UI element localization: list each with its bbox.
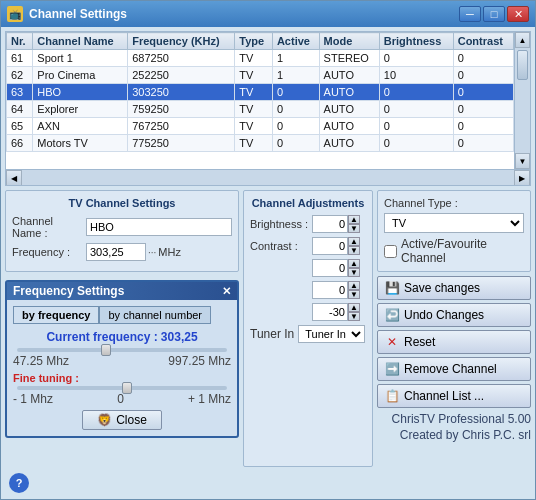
contrast-up[interactable]: ▲ — [348, 237, 360, 246]
frequency-settings-popup: Frequency Settings ✕ by frequency by cha… — [5, 280, 239, 438]
contrast-label: Contrast : — [250, 240, 310, 252]
scroll-right-button[interactable]: ▶ — [514, 170, 530, 186]
tab-by-frequency[interactable]: by frequency — [13, 306, 99, 324]
active-fav-row: Active/Favourite Channel — [384, 237, 524, 265]
freq-close-button[interactable]: 🦁 Close — [82, 410, 162, 430]
channel-type-panel: Channel Type : TV Active/Favourite Chann… — [377, 190, 531, 272]
adj4-down[interactable]: ▼ — [348, 290, 360, 299]
table-row[interactable]: 64Explorer759250TV0AUTO00 — [7, 101, 514, 118]
app-icon: 📺 — [7, 6, 23, 22]
cell-5-7: 0 — [453, 135, 513, 152]
table-row[interactable]: 61Sport 1687250TV1STEREO00 — [7, 50, 514, 67]
cell-3-1: Explorer — [33, 101, 128, 118]
channel-table-container: Nr. Channel Name Frequency (KHz) Type Ac… — [5, 31, 531, 186]
cell-3-0: 64 — [7, 101, 33, 118]
scroll-left-button[interactable]: ◀ — [6, 170, 22, 186]
window-controls: ─ □ ✕ — [459, 6, 529, 22]
brightness-input[interactable] — [312, 215, 348, 233]
right-panel: Channel Type : TV Active/Favourite Chann… — [377, 190, 531, 467]
cell-1-2: 252250 — [128, 67, 235, 84]
close-button[interactable]: ✕ — [507, 6, 529, 22]
brightness-down[interactable]: ▼ — [348, 224, 360, 233]
adj-row-3: ▲ ▼ — [250, 259, 366, 277]
tab-by-channel-number[interactable]: by channel number — [99, 306, 211, 324]
freq-slider-labels: 47.25 Mhz 997.25 Mhz — [13, 354, 231, 368]
frequency-row: Frequency : ··· MHz — [12, 243, 232, 261]
cell-5-2: 775250 — [128, 135, 235, 152]
save-button[interactable]: 💾 Save changes — [377, 276, 531, 300]
adj-input-4[interactable] — [312, 281, 348, 299]
channel-list-button[interactable]: 📋 Channel List ... — [377, 384, 531, 408]
adj4-up[interactable]: ▲ — [348, 281, 360, 290]
channel-type-select[interactable]: TV — [384, 213, 524, 233]
col-bright: Brightness — [379, 33, 453, 50]
adj-row-5: ▲ ▼ — [250, 303, 366, 321]
contrast-input[interactable] — [312, 237, 348, 255]
main-window: 📺 Channel Settings ─ □ ✕ Nr. Channel Nam… — [0, 0, 536, 500]
adj3-up[interactable]: ▲ — [348, 259, 360, 268]
cell-0-4: 1 — [272, 50, 319, 67]
cell-4-5: AUTO — [319, 118, 379, 135]
cell-2-5: AUTO — [319, 84, 379, 101]
adj-input-3[interactable] — [312, 259, 348, 277]
reset-button[interactable]: ✕ Reset — [377, 330, 531, 354]
cell-0-7: 0 — [453, 50, 513, 67]
freq-max-label: 997.25 Mhz — [168, 354, 231, 368]
freq-popup-titlebar: Frequency Settings ✕ — [7, 282, 237, 300]
cell-5-1: Motors TV — [33, 135, 128, 152]
scroll-down-button[interactable]: ▼ — [515, 153, 530, 169]
dots-button[interactable]: ··· — [148, 247, 156, 258]
help-button[interactable]: ? — [9, 473, 29, 493]
cell-5-5: AUTO — [319, 135, 379, 152]
cell-2-7: 0 — [453, 84, 513, 101]
frequency-input[interactable] — [86, 243, 146, 261]
fine-right-label: + 1 Mhz — [188, 392, 231, 406]
adj3-down[interactable]: ▼ — [348, 268, 360, 277]
remove-button[interactable]: ➡️ Remove Channel — [377, 357, 531, 381]
tuner-select[interactable]: Tuner In — [298, 325, 365, 343]
undo-button[interactable]: ↩️ Undo Changes — [377, 303, 531, 327]
freq-slider-container: 47.25 Mhz 997.25 Mhz — [13, 348, 231, 368]
mhz-label: MHz — [158, 246, 181, 258]
cell-4-4: 0 — [272, 118, 319, 135]
tuner-row: Tuner In Tuner In — [250, 325, 366, 343]
col-freq: Frequency (KHz) — [128, 33, 235, 50]
table-header-row: Nr. Channel Name Frequency (KHz) Type Ac… — [7, 33, 514, 50]
brightness-up[interactable]: ▲ — [348, 215, 360, 224]
minimize-button[interactable]: ─ — [459, 6, 481, 22]
adj-input-5[interactable] — [312, 303, 348, 321]
cell-3-3: TV — [235, 101, 273, 118]
vertical-scrollbar: ▲ ▼ — [514, 32, 530, 169]
active-fav-checkbox[interactable] — [384, 245, 397, 258]
adj-row-4: ▲ ▼ — [250, 281, 366, 299]
freq-slider-thumb[interactable] — [101, 344, 111, 356]
current-freq-display: Current frequency : 303,25 — [13, 330, 231, 344]
cell-4-1: AXN — [33, 118, 128, 135]
cell-4-6: 0 — [379, 118, 453, 135]
fine-tuning-thumb[interactable] — [122, 382, 132, 394]
adj5-down[interactable]: ▼ — [348, 312, 360, 321]
contrast-down[interactable]: ▼ — [348, 246, 360, 255]
cell-1-6: 10 — [379, 67, 453, 84]
freq-popup-close-button[interactable]: ✕ — [222, 285, 231, 298]
maximize-button[interactable]: □ — [483, 6, 505, 22]
channel-name-input[interactable] — [86, 218, 232, 236]
table-row[interactable]: 63HBO303250TV0AUTO00 — [7, 84, 514, 101]
cell-5-0: 66 — [7, 135, 33, 152]
scroll-thumb[interactable] — [517, 50, 528, 80]
cell-1-1: Pro Cinema — [33, 67, 128, 84]
current-freq-label: Current frequency : — [46, 330, 157, 344]
cell-0-1: Sport 1 — [33, 50, 128, 67]
bottom-area: TV Channel Settings Channel Name : Frequ… — [5, 190, 531, 467]
table-row[interactable]: 65AXN767250TV0AUTO00 — [7, 118, 514, 135]
footer-line1: ChrisTV Professional 5.00 — [377, 412, 531, 428]
table-row[interactable]: 66Motors TV775250TV0AUTO00 — [7, 135, 514, 152]
adj5-up[interactable]: ▲ — [348, 303, 360, 312]
save-icon: 💾 — [384, 280, 400, 296]
horiz-track — [22, 170, 514, 185]
scroll-up-button[interactable]: ▲ — [515, 32, 530, 48]
col-contrast: Contrast — [453, 33, 513, 50]
channel-name-label: Channel Name : — [12, 215, 82, 239]
fine-left-label: - 1 Mhz — [13, 392, 53, 406]
table-row[interactable]: 62Pro Cinema252250TV1AUTO100 — [7, 67, 514, 84]
